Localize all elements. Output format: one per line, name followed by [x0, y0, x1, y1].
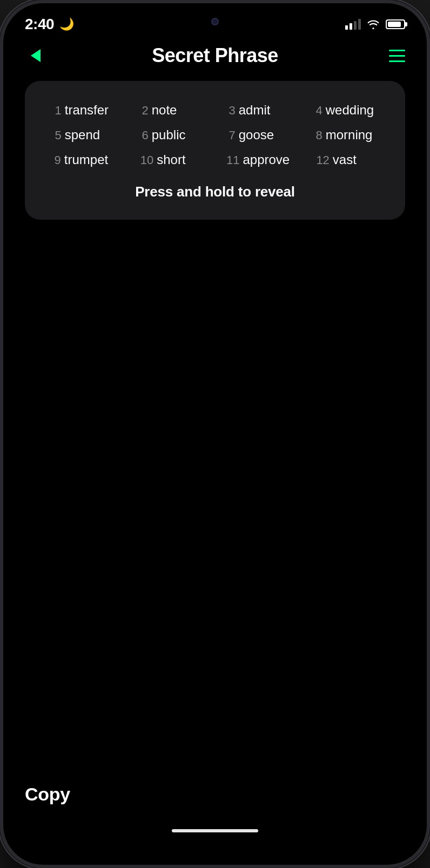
word-text-3: admit	[239, 103, 271, 118]
back-button[interactable]	[25, 45, 46, 66]
phrase-word-5: 5 spend	[55, 127, 115, 143]
phrase-word-9: 9 trumpet	[55, 152, 114, 167]
signal-bar-3	[354, 21, 357, 30]
signal-bar-2	[350, 23, 352, 30]
phrase-word-10: 10 short	[140, 152, 200, 167]
word-text-1: transfer	[65, 103, 109, 118]
word-text-2: note	[152, 103, 177, 118]
menu-line-icon	[389, 55, 405, 57]
phrase-word-4: 4 wedding	[316, 103, 375, 118]
camera-dot	[211, 18, 219, 25]
status-bar: 2:40 🌙	[3, 3, 427, 36]
menu-line-icon	[389, 50, 405, 51]
word-num-3: 3	[229, 104, 236, 118]
dynamic-island	[172, 11, 258, 32]
word-num-9: 9	[55, 153, 61, 167]
word-text-10: short	[157, 152, 185, 167]
word-num-11: 11	[226, 153, 239, 167]
menu-line-icon	[389, 60, 405, 62]
menu-button[interactable]	[384, 45, 405, 66]
home-indicator	[172, 829, 258, 832]
phone-frame: 2:40 🌙	[0, 0, 430, 868]
word-text-5: spend	[65, 127, 100, 143]
phrase-row-3: 9 trumpet 10 short 11 approve 12 vast	[41, 152, 389, 167]
reveal-hint: Press and hold to reveal	[41, 184, 389, 200]
word-text-8: morning	[326, 127, 373, 143]
phrase-word-6: 6 public	[142, 127, 201, 143]
content-area	[3, 220, 427, 770]
word-num-8: 8	[316, 128, 322, 143]
word-num-12: 12	[316, 153, 329, 167]
phrase-row-2: 5 spend 6 public 7 goose 8 morning	[41, 127, 389, 143]
word-num-4: 4	[316, 104, 322, 118]
signal-bar-4	[358, 19, 361, 30]
bottom-area: Copy	[3, 770, 427, 865]
word-num-5: 5	[55, 128, 62, 143]
back-chevron-icon	[31, 49, 41, 62]
word-num-1: 1	[55, 104, 62, 118]
word-text-11: approve	[243, 152, 290, 167]
status-icons	[345, 19, 405, 30]
signal-icon	[345, 19, 361, 30]
phrase-word-1: 1 transfer	[55, 103, 115, 118]
nav-bar: Secret Phrase	[3, 36, 427, 76]
phrase-word-12: 12 vast	[316, 152, 375, 167]
wifi-icon	[366, 19, 380, 30]
copy-button[interactable]: Copy	[25, 770, 70, 818]
status-time: 2:40	[25, 16, 54, 33]
phrase-word-11: 11 approve	[226, 152, 290, 167]
word-text-12: vast	[333, 152, 357, 167]
moon-icon: 🌙	[59, 17, 74, 31]
word-num-10: 10	[140, 153, 153, 167]
word-text-4: wedding	[326, 103, 374, 118]
phrase-word-3: 3 admit	[229, 103, 288, 118]
phrase-card[interactable]: 1 transfer 2 note 3 admit 4 wedding	[25, 81, 405, 220]
screen: 2:40 🌙	[3, 3, 427, 865]
signal-bar-1	[345, 25, 348, 30]
phrase-word-7: 7 goose	[229, 127, 288, 143]
battery-icon	[386, 19, 405, 29]
word-num-2: 2	[142, 104, 149, 118]
word-num-7: 7	[229, 128, 236, 143]
word-text-7: goose	[239, 127, 274, 143]
copy-label: Copy	[25, 784, 70, 805]
phrase-grid: 1 transfer 2 note 3 admit 4 wedding	[41, 103, 389, 167]
phrase-row-1: 1 transfer 2 note 3 admit 4 wedding	[41, 103, 389, 118]
phrase-word-2: 2 note	[142, 103, 201, 118]
page-title: Secret Phrase	[152, 44, 278, 67]
word-text-6: public	[152, 127, 186, 143]
word-text-9: trumpet	[64, 152, 108, 167]
word-num-6: 6	[142, 128, 149, 143]
phrase-word-8: 8 morning	[316, 127, 375, 143]
